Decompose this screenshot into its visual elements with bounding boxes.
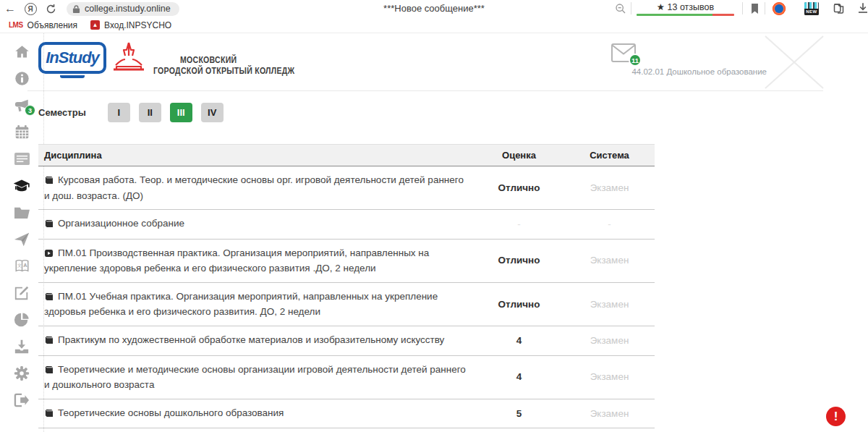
sidebar-item-grades[interactable] [13, 177, 30, 194]
grade-value: Отлично [474, 239, 564, 282]
reviews-bar [637, 14, 734, 16]
graduation-cap-icon [13, 178, 30, 194]
book-icon [44, 334, 54, 349]
back-icon[interactable]: ← [0, 1, 20, 17]
downloads-icon[interactable]: 2 [856, 1, 868, 17]
calendar-icon [14, 124, 30, 140]
bookmark-label: Вход.INPSYCHO [104, 20, 171, 30]
address-bar[interactable]: college.instudy.online [67, 2, 179, 16]
screen: ← Я college.instudy.online ***Новое сооб… [0, 0, 868, 432]
url-text: college.instudy.online [85, 4, 171, 14]
sidebar-item-translate[interactable]: 文A [13, 258, 30, 274]
pie-chart-icon [14, 312, 30, 328]
alert-icon[interactable]: ! [826, 407, 846, 426]
discipline-name: Теоретические и методические основы орга… [44, 364, 466, 391]
table-row[interactable]: Курсовая работа. Теор. и методические ос… [38, 166, 655, 210]
lock-icon [72, 4, 80, 14]
bookmarks-bar: LMS Объявления ▲ Вход.INPSYCHO [0, 17, 868, 33]
page-title: ***Новое сообщение*** [318, 3, 550, 14]
semesters-switcher: Семестры I II III IV [38, 103, 232, 122]
sidebar-item-schedule[interactable] [13, 151, 30, 167]
college-logo: МОСКОВСКИЙ ГОРОДСКОЙ ОТКРЫТЫЙ КОЛЛЕДЖ [110, 41, 314, 77]
bookmark-label: Объявления [27, 20, 77, 30]
translate-book-icon: 文A [14, 258, 30, 274]
bookmark-lms[interactable]: LMS Объявления [4, 20, 82, 30]
sidebar-item-downloads[interactable] [13, 338, 30, 355]
table-row[interactable]: Теоретические основы дошкольного образов… [38, 399, 655, 428]
gear-icon [14, 365, 30, 381]
folder-icon [14, 206, 30, 219]
discipline-name: Теоретические основы дошкольного образов… [58, 407, 284, 418]
refresh-icon[interactable] [41, 1, 61, 17]
sidebar-item-settings[interactable] [13, 365, 30, 381]
table-row[interactable]: Практикум по художественной обработке ма… [38, 326, 655, 355]
system-value: - [564, 210, 655, 240]
instudy-logo-stand [60, 75, 85, 78]
zoom-out-icon[interactable] [615, 3, 626, 17]
app-window: 3 文A [0, 33, 868, 432]
sidebar-item-announcements[interactable]: 3 [13, 97, 30, 114]
edit-icon [14, 285, 30, 301]
system-value: Экзамен [564, 166, 655, 210]
paper-plane-icon [13, 232, 30, 247]
announcements-badge: 3 [25, 105, 35, 116]
instudy-logo-text: InStudy [46, 48, 99, 67]
system-value: Экзамен [564, 355, 655, 399]
semester-button-3[interactable]: III [170, 103, 192, 122]
semester-button-2[interactable]: II [139, 103, 161, 122]
header-divider [27, 90, 823, 91]
system-value: Экзамен [564, 282, 655, 326]
grade-value: 4 [474, 326, 564, 355]
system-value: Экзамен [564, 239, 655, 282]
bookmark-flag-icon[interactable] [750, 3, 760, 17]
yandex-icon: Я [25, 3, 37, 15]
browser-home-icon[interactable]: Я [20, 1, 41, 17]
instudy-logo[interactable]: InStudy [38, 42, 106, 74]
sidebar-item-edit[interactable] [13, 284, 30, 301]
sidebar-item-info[interactable] [13, 70, 30, 87]
book-icon [44, 291, 54, 305]
sidebar-nav: 3 文A [0, 33, 44, 432]
sidebar-item-logout[interactable] [13, 391, 30, 408]
reviews-label: ★ 13 отзывов [637, 1, 734, 12]
grade-value: Отлично [474, 166, 564, 210]
grade-value: 4 [474, 355, 564, 399]
photo-placeholder-icon [764, 35, 825, 93]
mail-button[interactable]: 11 [611, 43, 636, 62]
download-tray-icon [14, 339, 30, 355]
program-name: 44.02.01 Дошкольное образование [604, 67, 767, 76]
semester-button-4[interactable]: IV [201, 103, 224, 122]
discipline-name: ПМ.01 Учебная практика. Организация меро… [44, 291, 438, 318]
card-list-icon [14, 152, 30, 166]
collections-icon[interactable] [832, 2, 846, 18]
system-value: Экзамен [564, 399, 655, 428]
table-header-row: Дисциплина Оценка Система [38, 145, 655, 166]
table-row[interactable]: Организационное собрание - - [38, 210, 655, 240]
sidebar-item-messages[interactable] [13, 231, 30, 247]
column-header-discipline: Дисциплина [38, 145, 474, 166]
bookmark-inpsycho[interactable]: ▲ Вход.INPSYCHO [86, 20, 176, 30]
college-emblem-icon [110, 41, 148, 77]
book-icon [44, 364, 54, 378]
toolbar-separator [742, 2, 743, 14]
reviews-widget[interactable]: ★ 13 отзывов [637, 1, 734, 16]
sidebar-item-statistics[interactable] [13, 311, 30, 328]
table-row[interactable]: ПМ.01 Учебная практика. Организация меро… [38, 282, 655, 326]
extension-circle-icon[interactable] [773, 2, 786, 15]
inpsycho-logo-icon: ▲ [90, 20, 100, 30]
system-value: Экзамен [564, 326, 655, 355]
book-icon [44, 407, 54, 422]
sidebar-item-home[interactable] [13, 43, 30, 60]
sidebar-item-calendar[interactable] [13, 124, 30, 140]
table-row[interactable]: ПМ.01 Производственная практика. Организ… [38, 239, 655, 282]
toolbar-separator [631, 2, 631, 14]
lms-logo-icon: LMS [9, 21, 23, 29]
discipline-name: Организационное собрание [58, 218, 184, 229]
grade-value: Отлично [474, 282, 564, 326]
extension-new-icon[interactable]: NEW [804, 2, 819, 15]
semester-button-1[interactable]: I [108, 103, 130, 122]
sidebar-item-files[interactable] [13, 204, 30, 221]
table-row[interactable]: Теоретические и методические основы орга… [38, 355, 655, 399]
book-icon [44, 174, 54, 189]
college-name-line2: ГОРОДСКОЙ ОТКРЫТЫЙ КОЛЛЕДЖ [153, 66, 294, 77]
